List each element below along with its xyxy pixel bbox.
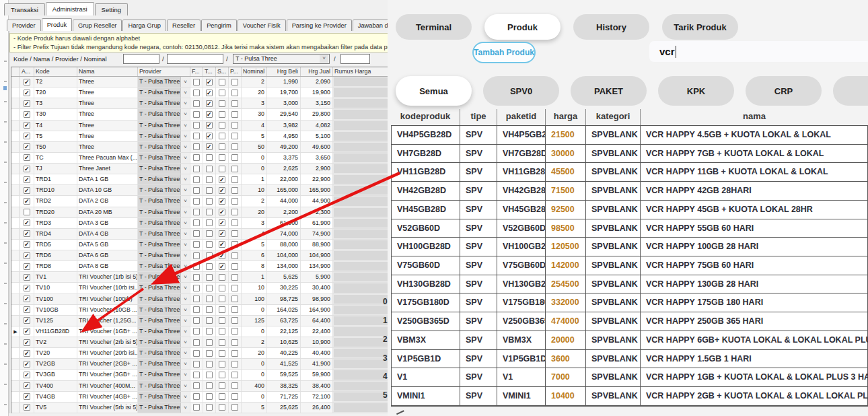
row-selector[interactable]	[11, 229, 20, 239]
aktif-checkbox-cell[interactable]	[20, 120, 34, 131]
chevron-down-icon[interactable]: ˅	[181, 229, 190, 239]
checkbox[interactable]	[206, 328, 213, 335]
chevron-down-icon[interactable]: ˅	[181, 120, 190, 131]
chevron-down-icon[interactable]: ˅	[181, 174, 190, 184]
nama-cell[interactable]: Three	[77, 120, 138, 131]
checkbox[interactable]	[219, 263, 225, 270]
table-row[interactable]: TRD2 DATA 2 GB T - Pulsa Three ˅ 2 44,00…	[11, 196, 388, 207]
aktif-checkbox-cell[interactable]	[20, 218, 34, 228]
checkbox[interactable]	[24, 122, 30, 129]
f-checkbox-cell[interactable]	[190, 207, 203, 217]
checkbox[interactable]	[24, 382, 30, 389]
checkbox[interactable]	[206, 372, 213, 378]
checkbox[interactable]	[219, 328, 225, 335]
checkbox[interactable]	[24, 100, 30, 107]
nama-cell[interactable]: TRI Voucher (2rb isi 5)	[77, 337, 138, 347]
s-checkbox-cell[interactable]	[216, 229, 229, 239]
checkbox[interactable]	[206, 274, 213, 281]
checkbox[interactable]	[219, 219, 225, 226]
s-checkbox-cell[interactable]	[216, 370, 229, 380]
chevron-down-icon[interactable]: ˅	[181, 272, 190, 282]
provider-select[interactable]: T - Pulsa Three	[138, 229, 181, 239]
checkbox[interactable]	[24, 285, 30, 291]
kode-cell[interactable]: TRD4	[34, 229, 77, 239]
t-checkbox-cell[interactable]	[203, 326, 216, 337]
p-checkbox-cell[interactable]	[229, 250, 242, 261]
checkbox[interactable]	[231, 133, 238, 139]
p-checkbox-cell[interactable]	[229, 164, 242, 174]
table-row[interactable]: T20 Three T - Pulsa Three ˅ 20 19,700 19…	[11, 88, 388, 98]
checkbox[interactable]	[193, 317, 200, 324]
aktif-checkbox-cell[interactable]	[20, 196, 34, 206]
row-selector[interactable]	[11, 316, 20, 326]
t-checkbox-cell[interactable]	[203, 337, 216, 347]
chevron-down-icon[interactable]: ˅	[181, 381, 190, 391]
checkbox[interactable]	[193, 230, 200, 237]
provider-select[interactable]: T - Pulsa Three	[138, 153, 181, 163]
chevron-down-icon[interactable]: ˅	[181, 283, 190, 293]
checkbox[interactable]	[193, 285, 200, 291]
provider-select[interactable]: T - Pulsa Three	[138, 403, 181, 413]
kode-cell[interactable]: TRD5	[34, 240, 77, 250]
checkbox[interactable]	[193, 79, 200, 85]
kodeproduk-cell[interactable]: V1P5GB1D	[392, 350, 460, 368]
column-header-t[interactable]: T...	[203, 67, 216, 76]
column-header-nominal[interactable]: Nominal	[242, 67, 267, 76]
nama-cell[interactable]: DATA 2 GB	[77, 196, 138, 206]
product-row[interactable]: VH4P5GB28D SPV VH4P5GB28D 21500 SPVBLANK…	[392, 126, 867, 145]
aktif-checkbox-cell[interactable]	[20, 88, 34, 98]
row-selector[interactable]	[11, 370, 20, 380]
nama-cell[interactable]: DATA 1 GB	[77, 174, 138, 184]
checkbox[interactable]	[231, 79, 238, 85]
p-checkbox-cell[interactable]	[229, 326, 242, 337]
row-selector[interactable]	[11, 185, 20, 195]
checkbox[interactable]	[219, 350, 225, 357]
kodeproduk-cell[interactable]: V175GB180D	[392, 293, 460, 312]
checkbox[interactable]	[219, 100, 225, 107]
checkbox[interactable]	[24, 393, 30, 400]
p-checkbox-cell[interactable]	[229, 120, 242, 131]
provider-select[interactable]: T - Pulsa Three	[138, 142, 181, 152]
row-selector[interactable]	[11, 240, 20, 250]
nav-pill[interactable]: History	[573, 14, 649, 40]
nav-pill[interactable]: Terminal	[396, 14, 472, 40]
nama-cell[interactable]: TRI Voucher (1rb isi 5)	[77, 272, 138, 282]
f-checkbox-cell[interactable]	[190, 98, 203, 108]
row-selector[interactable]	[11, 88, 20, 98]
table-row[interactable]: TRD10 DATA 10 GB T - Pulsa Three ˅ 10 16…	[11, 185, 388, 196]
row-selector[interactable]	[11, 218, 20, 228]
nama-cell[interactable]: Three	[77, 131, 138, 141]
sub-tab[interactable]: Voucher Fisik	[238, 20, 286, 31]
t-checkbox-cell[interactable]	[203, 403, 216, 413]
chevron-down-icon[interactable]: ˅	[181, 337, 190, 347]
column-header-s[interactable]: S...	[216, 67, 229, 76]
f-checkbox-cell[interactable]	[190, 305, 203, 315]
f-checkbox-cell[interactable]	[190, 359, 203, 369]
aktif-checkbox-cell[interactable]	[20, 174, 34, 184]
p-checkbox-cell[interactable]	[229, 131, 242, 141]
checkbox[interactable]	[206, 176, 213, 183]
provider-select[interactable]: T - Pulsa Three	[138, 348, 181, 358]
checkbox[interactable]	[219, 241, 225, 248]
aktif-checkbox-cell[interactable]	[20, 392, 34, 402]
kode-cell[interactable]: TRD10	[34, 185, 77, 195]
s-checkbox-cell[interactable]	[216, 207, 229, 217]
category-pill[interactable]: PAKET	[571, 76, 647, 106]
t-checkbox-cell[interactable]	[203, 218, 216, 228]
sub-tab[interactable]: Parsing ke Provider	[287, 20, 352, 31]
checkbox[interactable]	[219, 252, 225, 259]
checkbox[interactable]	[193, 154, 200, 161]
nav-pill[interactable]: Tarik Produk	[662, 14, 738, 40]
filter-nominal-input[interactable]	[340, 54, 370, 64]
checkbox[interactable]	[219, 79, 225, 85]
row-selector[interactable]	[11, 348, 20, 358]
kode-cell[interactable]: TV125	[34, 316, 77, 326]
checkbox[interactable]	[219, 111, 225, 118]
provider-select[interactable]: T - Pulsa Three	[138, 381, 181, 391]
checkbox[interactable]	[231, 404, 238, 411]
kode-cell[interactable]: TC	[34, 153, 77, 163]
nama-cell[interactable]: Three	[77, 77, 138, 87]
checkbox[interactable]	[206, 230, 213, 237]
checkbox[interactable]	[231, 198, 238, 205]
checkbox[interactable]	[206, 382, 213, 389]
